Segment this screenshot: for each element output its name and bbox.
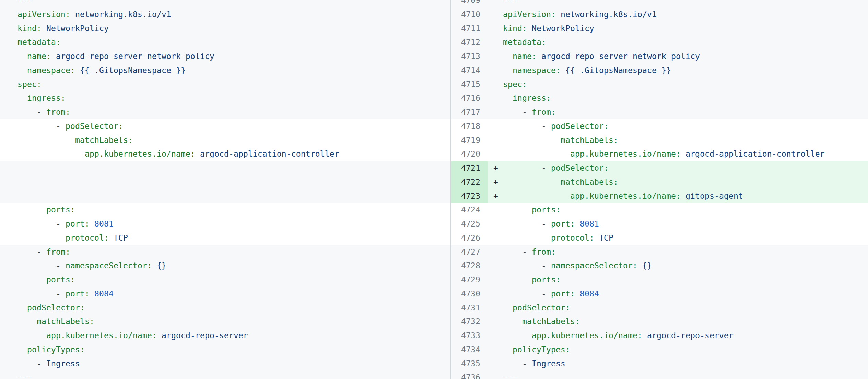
line-number[interactable]: 4718 bbox=[451, 119, 488, 133]
new-code-line: 4726 protocol: TCP bbox=[451, 231, 868, 245]
code-token: - bbox=[17, 108, 46, 117]
line-number[interactable]: 4716 bbox=[451, 91, 488, 105]
code-token bbox=[17, 149, 85, 158]
code-token: - bbox=[503, 247, 532, 256]
old-code-line: - podSelector: bbox=[0, 119, 450, 133]
line-number[interactable]: 4726 bbox=[451, 231, 488, 245]
line-number[interactable]: 4735 bbox=[451, 357, 488, 371]
code-token: kind: bbox=[503, 24, 527, 33]
new-code-content: metadata: bbox=[488, 35, 868, 49]
code-token: - bbox=[503, 108, 532, 117]
line-number[interactable]: 4722 bbox=[451, 175, 488, 189]
line-number[interactable]: 4723 bbox=[451, 189, 488, 203]
new-code-content: ingress: bbox=[488, 91, 868, 105]
line-number[interactable]: 4736 bbox=[451, 370, 488, 379]
line-number[interactable]: 4709 bbox=[451, 0, 488, 8]
old-code-content bbox=[0, 175, 450, 189]
line-number[interactable]: 4717 bbox=[451, 105, 488, 119]
old-code-line: app.kubernetes.io/name: argocd-applicati… bbox=[0, 147, 450, 161]
code-token bbox=[503, 275, 532, 284]
code-token bbox=[503, 94, 513, 102]
line-number[interactable]: 4729 bbox=[451, 273, 488, 287]
code-token: ports: bbox=[46, 205, 75, 214]
line-number[interactable]: 4711 bbox=[451, 22, 488, 36]
new-code-content: --- bbox=[488, 370, 868, 379]
line-number[interactable]: 4715 bbox=[451, 77, 488, 91]
line-number[interactable]: 4728 bbox=[451, 259, 488, 273]
code-token: namespace: bbox=[513, 66, 561, 75]
new-code-line: 4720 app.kubernetes.io/name: argocd-appl… bbox=[451, 147, 868, 161]
code-token: port: bbox=[66, 289, 90, 298]
code-token: protocol: bbox=[551, 233, 594, 242]
code-token: protocol: bbox=[66, 233, 109, 242]
line-number[interactable]: 4725 bbox=[451, 217, 488, 231]
added-line-marker: + bbox=[493, 175, 498, 189]
code-token: - bbox=[17, 359, 46, 368]
code-token: policyTypes: bbox=[513, 345, 570, 354]
old-code-content: - port: 8084 bbox=[0, 287, 450, 301]
new-code-content: + app.kubernetes.io/name: gitops-agent bbox=[488, 189, 868, 203]
code-token: ports: bbox=[46, 275, 75, 284]
code-token: - bbox=[503, 163, 551, 172]
code-token bbox=[503, 331, 532, 340]
code-token: name: bbox=[513, 52, 537, 61]
code-token: name: bbox=[27, 52, 51, 61]
line-number[interactable]: 4731 bbox=[451, 301, 488, 315]
code-token bbox=[17, 303, 27, 312]
line-number[interactable]: 4730 bbox=[451, 287, 488, 301]
line-number[interactable]: 4720 bbox=[451, 147, 488, 161]
new-added-line: 4723+ app.kubernetes.io/name: gitops-age… bbox=[451, 189, 868, 203]
old-code-line: podSelector: bbox=[0, 301, 450, 315]
new-code-content: namespace: {{ .GitopsNamespace }} bbox=[488, 63, 868, 77]
code-token: NetworkPolicy bbox=[527, 24, 594, 33]
code-token: metadata: bbox=[17, 38, 61, 47]
line-number[interactable]: 4719 bbox=[451, 133, 488, 147]
code-token: podSelector: bbox=[513, 303, 570, 312]
code-token: ports: bbox=[532, 205, 561, 214]
old-code-content: --- bbox=[0, 0, 450, 8]
new-code-content: - Ingress bbox=[488, 357, 868, 371]
line-number[interactable]: 4712 bbox=[451, 35, 488, 49]
code-token bbox=[503, 345, 513, 354]
code-token bbox=[503, 178, 561, 186]
new-code-content: spec: bbox=[488, 77, 868, 91]
code-token: app.kubernetes.io/name: bbox=[85, 149, 195, 158]
new-added-line: 4721+ - podSelector: bbox=[451, 161, 868, 175]
code-token: {} bbox=[637, 261, 652, 270]
code-token bbox=[17, 275, 46, 284]
new-code-line: 4718 - podSelector: bbox=[451, 119, 868, 133]
old-code-line: - from: bbox=[0, 105, 450, 119]
code-token: 8084 bbox=[90, 289, 114, 298]
old-code-content: - from: bbox=[0, 245, 450, 259]
line-number[interactable]: 4714 bbox=[451, 63, 488, 77]
new-code-line: 4732 matchLabels: bbox=[451, 315, 868, 329]
line-number[interactable]: 4727 bbox=[451, 245, 488, 259]
code-token: - bbox=[503, 219, 551, 228]
line-number[interactable]: 4732 bbox=[451, 315, 488, 329]
line-number[interactable]: 4710 bbox=[451, 8, 488, 22]
code-token: NetworkPolicy bbox=[42, 24, 109, 33]
code-token: argocd-repo-server-network-policy bbox=[51, 52, 214, 61]
line-number[interactable]: 4724 bbox=[451, 203, 488, 217]
old-code-content: apiVersion: networking.k8s.io/v1 bbox=[0, 8, 450, 22]
line-number[interactable]: 4734 bbox=[451, 343, 488, 357]
code-token: port: bbox=[551, 289, 575, 298]
code-token: policyTypes: bbox=[27, 345, 85, 354]
code-token: podSelector: bbox=[551, 163, 609, 172]
old-code-line: matchLabels: bbox=[0, 315, 450, 329]
code-token: matchLabels: bbox=[75, 136, 133, 145]
new-code-line: 4714 namespace: {{ .GitopsNamespace }} bbox=[451, 63, 868, 77]
line-number[interactable]: 4733 bbox=[451, 329, 488, 343]
new-code-content: --- bbox=[488, 0, 868, 8]
code-token bbox=[503, 136, 561, 145]
line-number[interactable]: 4721 bbox=[451, 161, 488, 175]
new-code-line: 4730 - port: 8084 bbox=[451, 287, 868, 301]
code-token: - bbox=[503, 122, 551, 131]
code-token: Ingress bbox=[532, 359, 565, 368]
old-code-content bbox=[0, 161, 450, 175]
line-number[interactable]: 4713 bbox=[451, 49, 488, 63]
code-token: --- bbox=[17, 0, 32, 5]
new-code-content: + matchLabels: bbox=[488, 175, 868, 189]
code-token bbox=[503, 66, 513, 75]
code-token: argocd-repo-server bbox=[157, 331, 248, 340]
